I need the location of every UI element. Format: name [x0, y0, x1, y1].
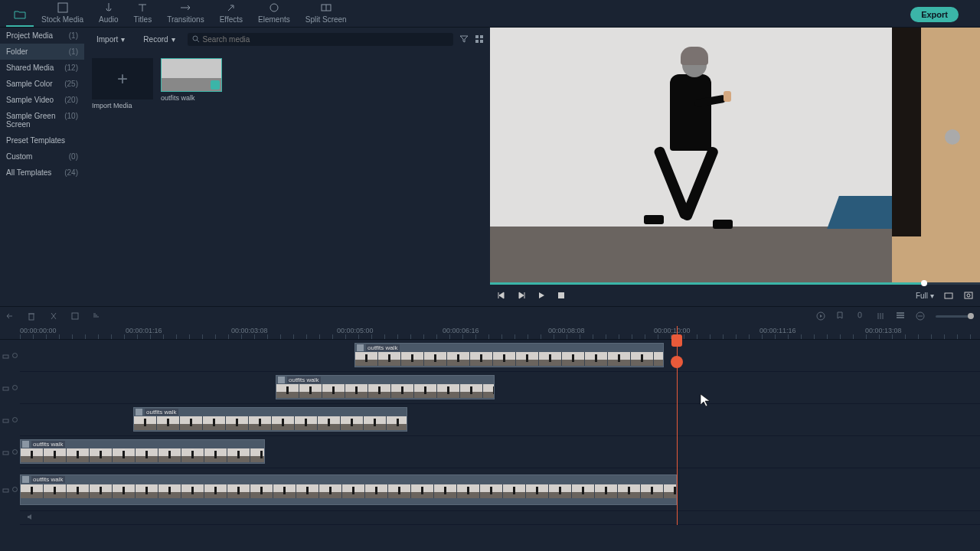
playhead-knob[interactable]	[671, 334, 682, 347]
sidebar-item-preset-templates[interactable]: Preset Templates	[0, 132, 84, 148]
export-button[interactable]: Export	[910, 7, 959, 22]
timeline-clip[interactable]: outfits walk	[354, 343, 664, 367]
zoom-out-button[interactable]	[916, 311, 926, 322]
tab-media[interactable]	[6, 7, 34, 27]
fullscreen-button[interactable]	[963, 290, 974, 301]
transitions-icon	[179, 2, 191, 14]
speaker-icon[interactable]	[27, 514, 34, 520]
svg-point-36	[12, 487, 17, 492]
effects-icon	[225, 2, 237, 14]
eye-icon[interactable]	[11, 352, 18, 359]
timeline-ruler[interactable]: 00:00:00:0000:00:01:1600:00:03:0800:00:0…	[0, 326, 980, 340]
lock-icon[interactable]	[2, 448, 9, 455]
video-icon	[357, 344, 364, 351]
lock-icon[interactable]	[2, 352, 9, 359]
video-track-5[interactable]: outfits walk	[20, 340, 980, 372]
ruler-timestamp: 00:00:10:00	[654, 327, 691, 334]
tab-audio[interactable]: Audio	[91, 0, 126, 27]
svg-rect-16	[72, 313, 78, 319]
record-button[interactable]: Record▾	[137, 33, 181, 46]
zoom-handle[interactable]	[968, 313, 974, 319]
preview-scrubber[interactable]	[490, 282, 980, 285]
chevron-down-icon: ▾	[121, 35, 125, 44]
video-track-2[interactable]: outfits walk	[20, 436, 980, 468]
sidebar-item-label: Sample Video	[6, 96, 54, 104]
lock-icon[interactable]	[2, 486, 9, 493]
tab-transitions[interactable]: Transitions	[159, 0, 212, 27]
clip-label: outfits walk	[31, 441, 65, 448]
tab-elements[interactable]: Elements	[250, 0, 298, 27]
media-panel: Import▾ Record▾ + Import Media outfits w…	[84, 28, 490, 306]
grid-view-icon[interactable]	[475, 34, 484, 44]
voiceover-button[interactable]	[856, 311, 867, 322]
import-button[interactable]: Import▾	[90, 33, 131, 46]
filter-icon[interactable]	[459, 35, 469, 43]
delete-button[interactable]	[28, 311, 38, 322]
mixer-button[interactable]	[876, 311, 887, 322]
folder-icon	[14, 8, 26, 21]
marker-button[interactable]	[836, 311, 847, 322]
video-track-3[interactable]: outfits walk	[20, 404, 980, 436]
sidebar-item-sample-color[interactable]: Sample Color(25)	[0, 76, 84, 92]
svg-rect-27	[3, 355, 8, 358]
sidebar-item-folder[interactable]: Folder(1)	[0, 44, 84, 60]
sidebar-item-sample-video[interactable]: Sample Video(20)	[0, 92, 84, 108]
timeline-clip[interactable]: outfits walk	[133, 407, 407, 432]
eye-icon[interactable]	[11, 384, 18, 391]
sidebar-item-custom[interactable]: Custom(0)	[0, 148, 84, 165]
ruler-timestamp: 00:00:08:08	[548, 327, 585, 334]
svg-point-30	[12, 386, 17, 390]
tab-stock-media[interactable]: Stock Media	[34, 0, 91, 27]
play-button[interactable]	[536, 290, 547, 301]
split-button[interactable]	[49, 311, 60, 322]
tab-label: Effects	[220, 15, 243, 24]
timeline-toolbar	[0, 306, 980, 326]
sidebar-item-project-media[interactable]: Project Media(1)	[0, 28, 84, 44]
preview-video[interactable]	[490, 28, 980, 282]
tab-split-screen[interactable]: Split Screen	[298, 0, 354, 27]
undo-button[interactable]	[6, 311, 17, 322]
audio-icon	[103, 2, 115, 14]
timeline-clip[interactable]: outfits walk	[276, 375, 495, 399]
snapshot-button[interactable]	[943, 290, 954, 301]
sidebar-item-label: All Templates	[6, 168, 51, 177]
svg-point-28	[12, 354, 17, 358]
svg-rect-14	[29, 314, 34, 320]
sidebar-item-sample-green-screen[interactable]: Sample Green Screen(10)	[0, 108, 84, 132]
sidebar-item-shared-media[interactable]: Shared Media(12)	[0, 60, 84, 76]
svg-point-1	[270, 4, 278, 11]
tab-effects[interactable]: Effects	[212, 0, 250, 27]
crop-button[interactable]	[70, 311, 81, 322]
split-screen-icon	[320, 2, 332, 14]
eye-icon[interactable]	[11, 486, 18, 493]
video-track-4[interactable]: outfits walk	[20, 372, 980, 404]
zoom-slider[interactable]	[936, 315, 974, 318]
lock-icon[interactable]	[2, 384, 9, 391]
playback-quality-dropdown[interactable]: Full▾	[916, 292, 934, 300]
scissor-icon[interactable]	[671, 356, 683, 368]
eye-icon[interactable]	[11, 448, 18, 455]
timeline-clip[interactable]: outfits walk	[20, 439, 265, 464]
preview-controls: Full▾	[490, 285, 980, 306]
sidebar-item-all-templates[interactable]: All Templates(24)	[0, 165, 84, 181]
audio-track[interactable]	[20, 511, 980, 525]
search-input[interactable]	[203, 35, 449, 44]
eye-icon[interactable]	[11, 416, 18, 423]
video-track-1[interactable]: Freeze Frameoutfits walk	[20, 468, 980, 511]
svg-rect-29	[3, 387, 8, 390]
render-button[interactable]	[816, 311, 827, 322]
timeline-clip[interactable]: Freeze Frameoutfits walk	[20, 474, 677, 505]
import-media-tile[interactable]: + Import Media	[92, 58, 153, 109]
stop-button[interactable]	[556, 290, 567, 301]
media-clip-thumbnail[interactable]: outfits walk	[161, 58, 222, 109]
tab-titles[interactable]: Titles	[126, 0, 160, 27]
speed-button[interactable]	[92, 311, 103, 322]
playhead[interactable]	[677, 326, 678, 525]
clip-label: outfits walk	[287, 377, 321, 383]
lock-icon[interactable]	[2, 416, 9, 423]
track-manager-button[interactable]	[896, 311, 906, 322]
prev-frame-button[interactable]	[496, 290, 507, 301]
search-box[interactable]	[188, 33, 453, 46]
tab-label: Transitions	[167, 15, 204, 24]
next-frame-button[interactable]	[516, 290, 527, 301]
